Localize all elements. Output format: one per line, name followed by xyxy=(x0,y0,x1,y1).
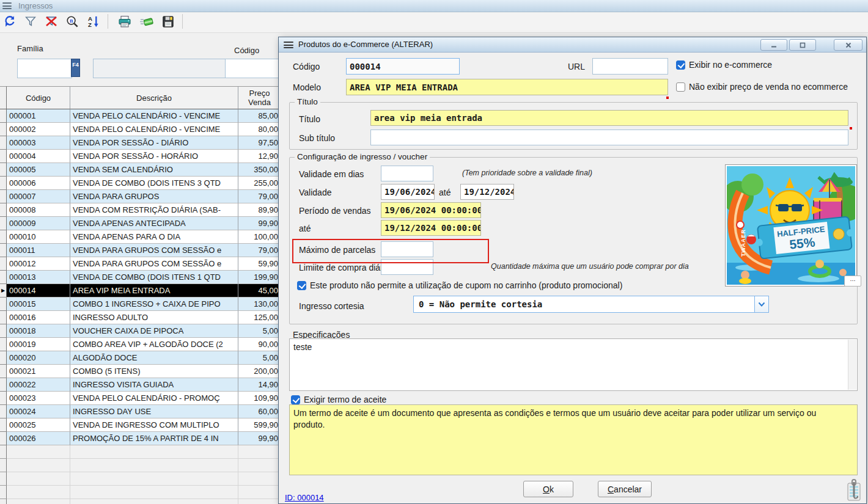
table-row[interactable]: 000015COMBO 1 INGRESSO + CAIXA DE PIPO13… xyxy=(0,298,281,311)
exibir-ecommerce-checkbox[interactable]: Exibir no e-commerce xyxy=(676,60,772,70)
table-row[interactable]: 000012VENDA PARA GRUPOS COM SESSÃO e59,9… xyxy=(0,257,281,271)
url-input[interactable] xyxy=(592,58,668,75)
header-preco-venda[interactable]: Preço Venda xyxy=(238,86,281,109)
close-button[interactable] xyxy=(834,39,862,51)
familia-input[interactable] xyxy=(17,59,72,78)
minimize-button[interactable] xyxy=(760,39,787,51)
table-row[interactable]: 000021COMBO (5 ITENS)200,00 xyxy=(0,365,281,378)
sort-button[interactable]: A Z xyxy=(84,13,101,30)
cell-codigo: 000015 xyxy=(7,298,70,311)
table-row[interactable]: 000001VENDA PELO CALENDÁRIO - VENCIME85,… xyxy=(0,109,281,123)
config-group-legend: Configuração de ingresso / voucher xyxy=(295,152,430,161)
 xyxy=(70,472,238,486)
table-row[interactable]: 000007VENDA PARA GRUPOS79,00 xyxy=(0,190,281,203)
row-marker xyxy=(0,365,7,378)
table-row-empty xyxy=(0,459,281,472)
codigo-filter-input[interactable] xyxy=(225,59,281,78)
 xyxy=(7,472,70,486)
table-row[interactable]: 000023VENDA PELO CALENDÁRIO - PROMOÇ109,… xyxy=(0,392,281,405)
cancel-button[interactable]: Cancelar xyxy=(598,481,652,497)
table-row[interactable]: 000011VENDA PARA GRUPOS COM SESSÃO e79,0… xyxy=(0,244,281,257)
table-row[interactable]: 000024INGRESSO DAY USE60,00 xyxy=(0,405,281,418)
search-button[interactable]: n xyxy=(64,13,81,30)
table-row[interactable]: 000009VENDA APENAS ANTECIPADA99,90 xyxy=(0,217,281,230)
id-link[interactable]: ID: 000014 xyxy=(285,493,324,502)
products-table: Código Descrição Preço Venda 000001VENDA… xyxy=(0,86,281,504)
quick-print-button[interactable] xyxy=(138,13,155,30)
clear-filter-button[interactable] xyxy=(43,13,60,30)
table-row[interactable]: 000004VENDA POR SESSÃO - HORÁRIO12,90 xyxy=(0,150,281,163)
limite-compra-input[interactable] xyxy=(381,259,433,275)
periodo-vendas-fim-input[interactable]: 19/12/2024 00:00:00 xyxy=(381,220,481,236)
validade-fim-input[interactable]: 19/12/2024 xyxy=(460,184,514,200)
max-parcelas-input[interactable] xyxy=(381,241,433,257)
dialog-titlebar[interactable]: Produtos do e-Commerce (ALTERAR) xyxy=(279,37,866,53)
validade-label: Validade xyxy=(299,188,331,197)
table-row[interactable]: 000026PROMOÇÃO DE 15% A PARTIR DE 4 IN99… xyxy=(0,432,281,445)
subtitulo-input[interactable] xyxy=(370,130,848,145)
close-icon xyxy=(845,42,851,48)
table-header: Código Descrição Preço Venda xyxy=(0,86,281,109)
scrollbar[interactable] xyxy=(848,340,856,390)
cell-preco: 89,90 xyxy=(238,203,281,217)
cell-codigo: 000013 xyxy=(7,271,70,284)
 xyxy=(0,499,7,504)
cell-codigo: 000024 xyxy=(7,405,70,418)
table-row[interactable]: 000016INGRESSO ADULTO125,00 xyxy=(0,311,281,324)
 xyxy=(0,486,7,499)
cell-preco: 79,00 xyxy=(238,190,281,203)
table-row[interactable]: 000010VENDA APENAS PARA O DIA100,00 xyxy=(0,230,281,244)
required-marker xyxy=(666,97,669,99)
familia-desc-input xyxy=(93,59,230,78)
cell-codigo: 000026 xyxy=(7,432,70,445)
header-descricao[interactable]: Descrição xyxy=(70,86,238,109)
table-row[interactable]: 000022INGRESSO VISITA GUIADA14,90 xyxy=(0,378,281,392)
cell-codigo: 000021 xyxy=(7,365,70,378)
image-browse-button[interactable]: ... xyxy=(844,276,861,287)
filter-button[interactable] xyxy=(22,13,39,30)
table-row[interactable]: 000006VENDA DE COMBO (DOIS ITENS 3 QTD25… xyxy=(0,177,281,190)
cupom-checkbox[interactable]: Este produto não permite a utilização de… xyxy=(297,280,622,290)
print-button[interactable] xyxy=(116,13,133,30)
exigir-termo-checkbox[interactable]: Exigir termo de aceite xyxy=(291,395,386,404)
modelo-input[interactable]: AREA VIP MEIA ENTRADA xyxy=(346,79,668,95)
cortesia-select[interactable]: 0 = Não permite cortesia xyxy=(413,296,769,313)
notes-icon[interactable] xyxy=(846,478,862,504)
row-marker xyxy=(0,392,7,405)
product-image: HALF-PRICE 55% TWAAER xyxy=(727,166,855,285)
titulo-input[interactable]: area vip meia entrada xyxy=(370,110,848,126)
validade-dias-input[interactable] xyxy=(381,166,433,181)
nao-exibir-preco-checkbox[interactable]: Não exibir preço de venda no ecommerce xyxy=(676,82,848,92)
table-row[interactable]: 000002VENDA PELO CALENDÁRIO - VENCIME80,… xyxy=(0,123,281,136)
header-gutter xyxy=(0,86,7,109)
row-marker xyxy=(0,177,7,190)
table-row[interactable]: 000003VENDA POR SESSÃO - DIÁRIO97,50 xyxy=(0,136,281,150)
dialog-menu-icon[interactable] xyxy=(284,42,293,48)
especificacoes-textarea[interactable]: teste xyxy=(289,338,858,391)
table-row[interactable]: 000013VENDA DE COMBO (DOIS ITENS 1 QTD19… xyxy=(0,271,281,284)
menu-icon[interactable] xyxy=(2,2,12,9)
table-row[interactable]: ▶000014AREA VIP MEIA ENTRADA45,00 xyxy=(0,284,281,298)
periodo-vendas-inicio-input[interactable]: 19/06/2024 00:00:00 xyxy=(381,202,481,218)
ok-button[interactable]: Ok xyxy=(523,481,573,497)
table-row[interactable]: 000020ALGODÃO DOCE5,00 xyxy=(0,351,281,365)
cell-preco: 109,90 xyxy=(238,392,281,405)
refresh-button[interactable] xyxy=(1,13,18,30)
table-row[interactable]: 000025VENDA DE INGRESSO COM MULTIPLO599,… xyxy=(0,418,281,432)
table-row[interactable]: 000008VENDA COM RESTRIÇÃO DIÁRIA (SAB-89… xyxy=(0,203,281,217)
table-row[interactable]: 000005VENDA SEM CALENDÁRIO350,00 xyxy=(0,163,281,177)
maximize-button[interactable] xyxy=(789,39,816,51)
save-button[interactable] xyxy=(159,13,176,30)
cell-preco: 125,00 xyxy=(238,311,281,324)
chevron-down-icon[interactable] xyxy=(754,296,768,312)
header-codigo[interactable]: Código xyxy=(7,86,70,109)
cell-descricao: VENDA PARA GRUPOS xyxy=(70,190,238,203)
table-row[interactable]: 000019COMBO AREA VIP + ALGODÃO DOCE (290… xyxy=(0,338,281,351)
termo-aceite-textarea[interactable]: Um termo de aceite é um documento que ap… xyxy=(289,404,858,475)
table-row[interactable]: 000018VOUCHER CAIXA DE PIPOCA5,00 xyxy=(0,324,281,338)
svg-text:Z: Z xyxy=(87,21,91,28)
cell-descricao: VENDA PARA GRUPOS COM SESSÃO e xyxy=(70,257,238,271)
f4-lookup-button[interactable]: F4 xyxy=(71,59,80,77)
validade-inicio-input[interactable]: 19/06/2024 xyxy=(381,184,435,200)
 xyxy=(7,445,70,459)
